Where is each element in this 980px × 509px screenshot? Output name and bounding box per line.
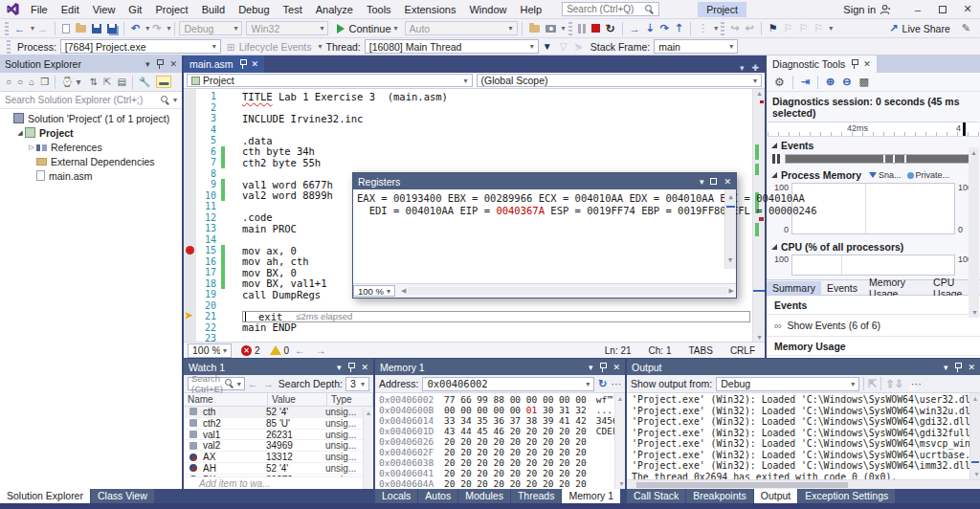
tree-item-solution-project-1-of-1-project-[interactable]: Solution 'Project' (1 of 1 project)	[0, 111, 182, 125]
chevron-down-icon[interactable]: ▾	[700, 177, 704, 187]
line-margin[interactable]	[184, 146, 196, 158]
overflow-menu-icon[interactable]: ⋯	[612, 378, 622, 389]
watch-row-ah[interactable]: AH52 '4'unsig...	[184, 463, 373, 475]
step-into-button[interactable]: ⇣	[643, 20, 657, 37]
stop-debugging-button[interactable]	[589, 20, 603, 37]
memory-header[interactable]: Memory 1 ▾ ✕	[375, 359, 625, 375]
code-line-1[interactable]: 1TITLE Lab 1 Exercise 3 (main.asm)	[184, 91, 752, 102]
menu-test[interactable]: Test	[277, 4, 309, 15]
breakpoint-icon[interactable]	[186, 246, 194, 254]
watch-row-val2[interactable]: val234969unsig...	[184, 440, 373, 452]
registers-header[interactable]: Registers ▾ ✕	[353, 173, 736, 189]
zoom-out-icon[interactable]: ⊖	[842, 76, 851, 88]
code-line-22[interactable]: 22main ENDP	[184, 322, 752, 334]
hscroll-left-icon[interactable]: ◀	[401, 287, 406, 295]
application-insights-button[interactable]: ⋮	[695, 20, 711, 37]
tabs-indicator[interactable]: TABS	[688, 345, 712, 356]
pin-icon[interactable]	[851, 59, 858, 69]
menu-file[interactable]: File	[24, 4, 55, 15]
address-input[interactable]: 0x00406002▾	[422, 377, 594, 391]
redo-button[interactable]: ↷	[149, 20, 164, 37]
clear-bookmarks-button[interactable]: ⚐	[811, 20, 826, 37]
split-icon[interactable]: ✚	[751, 63, 759, 73]
watch-row-ax[interactable]: AX13312unsig...	[184, 452, 373, 463]
close-icon[interactable]: ✕	[169, 59, 177, 69]
close-icon[interactable]: ✕	[863, 59, 871, 69]
diagnostic-tools-tab[interactable]: Diagnostic Tools ✕	[767, 55, 877, 73]
watch-row-cth2[interactable]: cth285 'U'unsig...	[184, 418, 373, 430]
close-icon[interactable]: ✕	[724, 177, 731, 187]
process-dropdown[interactable]: [7684] Project.exe▾	[60, 39, 221, 54]
scroll-up-icon[interactable]: ▲	[756, 90, 763, 97]
line-margin[interactable]	[184, 168, 196, 180]
output-log[interactable]: 'Project.exe' (Win32): Loaded 'C:\Window…	[627, 393, 980, 479]
line-margin[interactable]	[184, 135, 196, 146]
diagnostics-tab-summary[interactable]: Summary	[767, 281, 821, 295]
output-tab-breakpoints[interactable]: Breakpoints	[686, 489, 752, 503]
continue-button[interactable]: Continue▾	[334, 20, 400, 37]
memory-row[interactable]: 0x0040604A20 20 20 20 20 20 20 20 20	[375, 478, 625, 489]
code-line-7[interactable]: 7cth2 byte 55h	[184, 157, 752, 168]
undo-button[interactable]: ↶	[128, 20, 143, 37]
maximize-icon[interactable]	[710, 177, 717, 187]
tree-item-external-dependencies[interactable]: External Dependencies	[0, 154, 182, 168]
output-header[interactable]: Output ▾ ✕	[627, 359, 980, 375]
toggle-bookmark-button[interactable]: ⚑	[766, 20, 781, 37]
line-margin[interactable]	[184, 333, 196, 342]
menu-git[interactable]: Git	[122, 4, 148, 15]
memory-tab-memory-1[interactable]: Memory 1	[562, 489, 620, 503]
menu-project[interactable]: Project	[148, 4, 194, 15]
code-line-4[interactable]: 4	[184, 124, 752, 136]
lifecycle-events-dropdown[interactable]: Lifecycle Events	[239, 41, 312, 53]
memory-tab-autos[interactable]: Autos	[418, 489, 457, 503]
project-scope-dropdown[interactable]: Project▾	[187, 74, 473, 87]
sign-in-link[interactable]: Sign in	[843, 4, 876, 15]
tree-item-references[interactable]: ▷References	[0, 140, 182, 154]
code-line-20[interactable]: 20	[184, 300, 752, 312]
navigate-forward-button[interactable]: →	[34, 20, 51, 37]
watch-row-val1[interactable]: val126231unsig...	[184, 430, 373, 441]
save-all-button[interactable]	[104, 20, 120, 37]
scroll-down-icon[interactable]: ▼	[756, 334, 763, 341]
chevron-down-icon[interactable]: ▾	[944, 363, 948, 372]
explorer-tab-class-view[interactable]: Class View	[91, 489, 154, 503]
zoom-dropdown[interactable]: 100 %▾	[188, 343, 232, 358]
line-margin[interactable]: ➤	[184, 311, 196, 322]
menu-build[interactable]: Build	[195, 4, 232, 15]
watch-col-name[interactable]: Name	[184, 393, 268, 406]
line-margin[interactable]	[184, 113, 196, 124]
overflow-menu-icon[interactable]: ⋯	[911, 378, 922, 389]
debug-target-dropdown[interactable]: Auto▾	[405, 21, 518, 35]
line-margin[interactable]	[184, 289, 196, 300]
watch-col-value[interactable]: Value	[268, 393, 327, 406]
registers-vscrollbar[interactable]: ▲▼	[724, 189, 736, 269]
memory-tab-threads[interactable]: Threads	[511, 489, 562, 503]
memory-tab-modules[interactable]: Modules	[458, 489, 510, 503]
code-line-23[interactable]: 23	[184, 333, 752, 342]
watch-col-type[interactable]: Type	[327, 393, 373, 406]
next-issue-icon[interactable]: →	[316, 345, 325, 356]
search-forward-icon[interactable]: →	[263, 378, 274, 389]
memory-row[interactable]: 0x0040601D43 44 45 46 20 20 20 20 20CDEF	[375, 426, 625, 436]
diagnostics-tab-events[interactable]: Events	[821, 281, 863, 295]
explorer-tab-solution-explorer[interactable]: Solution Explorer	[0, 489, 90, 503]
watch-add-item-row[interactable]: Add item to wa...	[184, 476, 373, 489]
hscroll-right-icon[interactable]: ▶	[729, 287, 734, 295]
code-line-3[interactable]: 3INCLUDE Irvine32.inc	[184, 113, 752, 124]
line-margin[interactable]	[184, 179, 196, 190]
cpu-section-header[interactable]: CPU (% of all processors)	[767, 238, 980, 254]
filter-icon[interactable]: ▼	[543, 41, 552, 52]
events-section-header[interactable]: Events	[767, 137, 980, 153]
diagnostics-scrollbar[interactable]: ▲▼	[969, 147, 979, 318]
settings-gear-icon[interactable]: ⚙	[774, 76, 785, 89]
reset-view-icon[interactable]: ▩	[858, 76, 868, 88]
solution-platform-dropdown[interactable]: Win32▾	[246, 21, 328, 35]
code-line-21[interactable]: ➤21exit≤2ms elapsed	[184, 311, 752, 322]
memory-row[interactable]: 0x0040602620 20 20 20 20 20 20 20 20	[375, 436, 625, 447]
step-over-button[interactable]: ↷	[657, 20, 672, 37]
preview-selected-toggle[interactable]: ▬	[156, 76, 171, 88]
line-margin[interactable]	[184, 256, 196, 268]
memory-scrollbar[interactable]: ▲▼	[614, 393, 625, 489]
memory-tab-locals[interactable]: Locals	[375, 489, 417, 503]
code-line-6[interactable]: 6cth byte 34h	[184, 146, 752, 158]
